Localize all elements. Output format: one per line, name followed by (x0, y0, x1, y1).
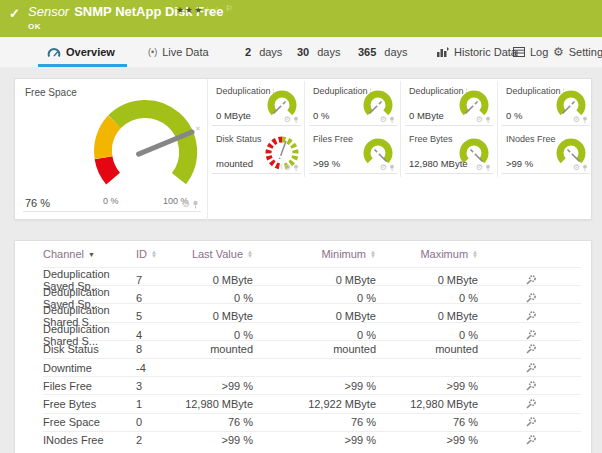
table-row: Files Free3 >99 %>99 % >99 % (43, 376, 581, 394)
prtg-sensor-page: ✓ SensorSNMP NetApp Disk Free⚐ ★★★☆☆ OK … (0, 0, 602, 453)
mini-gauge-dedup-shared-pct[interactable]: Deduplication Shared ... 0 % ⚙ (497, 81, 593, 129)
free-space-gauge-cell[interactable]: Free Space ✕ 76 % 0 % 100 % ⚙ (15, 79, 208, 221)
pin-icon[interactable] (389, 116, 395, 124)
wrench-icon[interactable] (525, 398, 537, 410)
column-header-id[interactable]: ID ▲▼ (136, 248, 175, 260)
gauge-settings-gear-icon[interactable]: ⚙ (476, 164, 483, 172)
mini-gauge-files-free[interactable]: Files Free >99 % ⚙ (304, 129, 400, 177)
overview-content: Free Space ✕ 76 % 0 % 100 % ⚙ (0, 67, 602, 453)
table-row: Deduplication Shared S...5 0 MByte0 MByt… (43, 303, 581, 321)
svg-text:✕: ✕ (195, 125, 201, 132)
log-table-icon (513, 47, 525, 57)
table-row: INodes Free2 >99 %>99 % >99 % (43, 431, 581, 449)
gauge-settings-gear-icon[interactable]: ⚙ (380, 164, 387, 172)
wrench-icon[interactable] (525, 434, 537, 446)
wrench-icon[interactable] (525, 362, 537, 374)
tab-live-data[interactable]: (•) Live Data (148, 37, 209, 67)
live-broadcast-icon: (•) (148, 47, 157, 57)
tab-365-days[interactable]: 365days (358, 37, 408, 67)
pin-icon[interactable] (485, 116, 491, 124)
gauge-settings-gear-icon[interactable]: ⚙ (182, 200, 190, 209)
sensor-header: ✓ SensorSNMP NetApp Disk Free⚐ ★★★☆☆ OK (0, 0, 602, 37)
gauge-settings-gear-icon[interactable]: ⚙ (380, 116, 387, 124)
gauge-settings-gear-icon[interactable]: ⚙ (573, 164, 580, 172)
pin-icon[interactable] (389, 164, 395, 172)
tab-30-days[interactable]: 30days (297, 37, 341, 67)
mini-gauges-grid: Deduplication Saved S... 0 MByte ⚙ Dedup… (208, 79, 593, 221)
gauge-settings-gear-icon[interactable]: ⚙ (476, 116, 483, 124)
table-row: Disk Status8 mountedmounted mounted (43, 340, 581, 358)
divider (23, 211, 201, 212)
mini-gauge-free-bytes[interactable]: Free Bytes 12,980 MByte ⚙ (400, 129, 496, 177)
pin-icon[interactable] (582, 116, 588, 124)
gauge-scale-min: 0 % (103, 196, 119, 206)
gear-icon: ⚙ (553, 45, 564, 59)
gauge-icon (47, 47, 61, 58)
mini-gauge-disk-status[interactable]: Disk Status mounted ⚙ (208, 129, 304, 177)
pin-icon[interactable] (582, 164, 588, 172)
mini-gauge-dedup-saved-pct[interactable]: Deduplication Saved S... 0 % ⚙ (304, 81, 400, 129)
wrench-icon[interactable] (525, 274, 537, 286)
tab-log[interactable]: Log (513, 37, 548, 67)
wrench-icon[interactable] (525, 292, 537, 304)
bar-chart-icon (437, 47, 449, 57)
table-row: Free Space0 76 %76 % 76 % (43, 413, 581, 431)
pin-icon[interactable] (192, 200, 199, 209)
gauges-panel: Free Space ✕ 76 % 0 % 100 % ⚙ (14, 78, 592, 220)
wrench-icon[interactable] (525, 329, 537, 341)
table-header-row: Channel ▼ ID ▲▼ Last Value ▲▼ Minimum ▲▼… (43, 241, 581, 267)
sort-icon: ▲▼ (472, 250, 478, 258)
wrench-icon[interactable] (525, 380, 537, 392)
mini-gauge-inodes-free[interactable]: INodes Free >99 % ⚙ (497, 129, 593, 177)
table-row: Downtime-4 (43, 358, 581, 376)
priority-star-rating[interactable]: ★★★☆☆ (176, 5, 221, 15)
sensor-kind-label: Sensor (28, 4, 69, 19)
table-row: Deduplication Saved Sp...7 0 MByte0 MByt… (43, 267, 581, 285)
status-ok-check-icon: ✓ (9, 6, 20, 21)
column-header-last-value[interactable]: Last Value ▲▼ (175, 248, 253, 260)
pin-icon[interactable] (293, 164, 299, 172)
gauge-settings-gear-icon[interactable]: ⚙ (284, 164, 291, 172)
wrench-icon[interactable] (525, 310, 537, 322)
pin-icon[interactable] (485, 164, 491, 172)
status-badge: OK (28, 22, 41, 31)
gauge-settings-gear-icon[interactable]: ⚙ (284, 116, 291, 124)
wrench-icon[interactable] (525, 416, 537, 428)
tab-historic-data[interactable]: Historic Data (437, 37, 517, 67)
tab-bar: Overview (•) Live Data 2days 30days 365d… (0, 37, 602, 67)
wrench-icon[interactable] (525, 343, 537, 355)
tab-settings[interactable]: ⚙ Settings (553, 37, 602, 67)
gauge-current-value: 76 % (25, 197, 50, 209)
tab-2-days[interactable]: 2days (245, 37, 282, 67)
mini-gauge-dedup-saved-bytes[interactable]: Deduplication Saved S... 0 MByte ⚙ (208, 81, 304, 129)
sort-icon: ▲▼ (151, 250, 157, 258)
gauge-settings-gear-icon[interactable]: ⚙ (573, 116, 580, 124)
pin-icon[interactable] (293, 116, 299, 124)
flag-icon: ⚐ (226, 4, 233, 13)
column-header-channel[interactable]: Channel ▼ (43, 248, 136, 260)
mini-gauge-dedup-shared-bytes[interactable]: Deduplication Shared ... 0 MByte ⚙ (400, 81, 496, 129)
table-row: Free Bytes1 12,980 MByte12,922 MByte 12,… (43, 394, 581, 412)
table-row: Deduplication Saved Sp...6 0 %0 % 0 % (43, 285, 581, 303)
sort-desc-icon: ▼ (88, 251, 95, 258)
tab-overview[interactable]: Overview (47, 37, 115, 67)
table-row: Deduplication Shared S...4 0 %0 % 0 % (43, 322, 581, 340)
column-header-maximum[interactable]: Maximum ▲▼ (376, 248, 478, 260)
channels-table-panel: Channel ▼ ID ▲▼ Last Value ▲▼ Minimum ▲▼… (14, 240, 592, 453)
column-header-minimum[interactable]: Minimum ▲▼ (253, 248, 376, 260)
